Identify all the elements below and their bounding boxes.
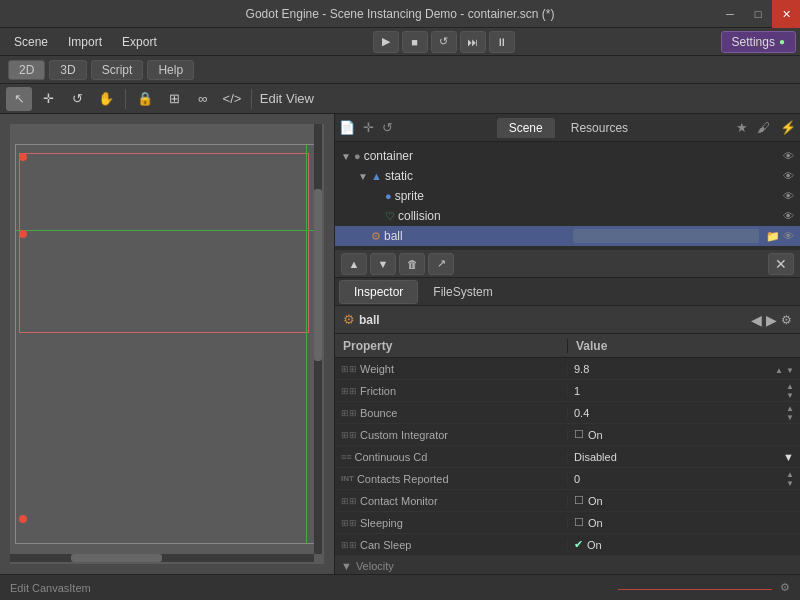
next-button[interactable]: ⏭	[460, 31, 486, 53]
tab-filesystem[interactable]: FileSystem	[418, 280, 507, 304]
prop-contact-monitor[interactable]: ⊞⊞ Contact Monitor ☐ On	[335, 490, 800, 512]
scene-icons-right: ★ 🖌 ⚡	[736, 120, 796, 135]
menu-scene[interactable]: Scene	[4, 32, 58, 52]
inspector-gear-button[interactable]: ⚙	[781, 313, 792, 327]
prop-val-weight[interactable]: 9.8 ▲ ▼	[568, 363, 800, 375]
tab-resources[interactable]: Resources	[559, 118, 640, 138]
tab-scene[interactable]: Scene	[497, 118, 555, 138]
prop-continuous-cd[interactable]: ≡≡ Continuous Cd Disabled ▼	[335, 446, 800, 468]
prop-val-can-sleep[interactable]: ✔ On	[568, 538, 800, 551]
star-icon[interactable]: ★	[736, 120, 748, 135]
eye-ball[interactable]: 👁	[783, 230, 794, 242]
play-button[interactable]: ▶	[373, 31, 399, 53]
tool-pan[interactable]: ✋	[93, 87, 119, 111]
handle-middle-left[interactable]	[19, 230, 27, 238]
prop-val-contact-monitor[interactable]: ☐ On	[568, 494, 800, 507]
nav-prev-button[interactable]: ◀	[751, 312, 762, 328]
tab-inspector[interactable]: Inspector	[339, 280, 418, 304]
mode-script[interactable]: Script	[91, 60, 144, 80]
view-menu[interactable]: View	[287, 87, 313, 111]
tool-select[interactable]: ↖	[6, 87, 32, 111]
close-button[interactable]: ✕	[772, 0, 800, 28]
canvas	[10, 124, 324, 564]
eye-container[interactable]: 👁	[783, 150, 794, 162]
scrollbar-thumb-h[interactable]	[71, 554, 162, 562]
eye-static[interactable]: 👁	[783, 170, 794, 182]
icon-container: ●	[354, 150, 361, 162]
tool-group[interactable]: ⊞	[161, 87, 187, 111]
close-panel-button[interactable]: ✕	[768, 253, 794, 275]
prop-val-continuous-cd[interactable]: Disabled ▼	[568, 451, 800, 463]
spin-contacts-reported[interactable]: ▲ ▼	[786, 470, 794, 488]
icon-custom-integrator: ⊞⊞	[341, 430, 357, 440]
nav-next-button[interactable]: ▶	[766, 312, 777, 328]
spin-friction[interactable]: ▲ ▼	[786, 382, 794, 400]
viewport-scrollbar-h[interactable]	[10, 554, 314, 562]
mode-help[interactable]: Help	[147, 60, 194, 80]
tool-add[interactable]: ✛	[35, 87, 61, 111]
scene-icon: 📄	[339, 120, 355, 135]
bolt-icon[interactable]: ⚡	[780, 120, 796, 135]
stop-button[interactable]: ■	[402, 31, 428, 53]
dropdown-continuous-cd[interactable]: ▼	[783, 451, 794, 463]
spin-weight[interactable]: ▲ ▼	[775, 363, 794, 375]
prop-friction[interactable]: ⊞⊞ Friction 1 ▲ ▼	[335, 380, 800, 402]
add-scene-icon[interactable]: ✛	[363, 120, 374, 135]
prop-val-friction[interactable]: 1 ▲ ▼	[568, 382, 800, 400]
viewport-scrollbar-v[interactable]	[314, 124, 322, 554]
maximize-button[interactable]: □	[744, 0, 772, 28]
edit-menu[interactable]: Edit	[258, 87, 284, 111]
prop-weight[interactable]: ⊞⊞ Weight 9.8 ▲ ▼	[335, 358, 800, 380]
icon-weight: ⊞⊞	[341, 364, 357, 374]
export-button[interactable]: ↗	[428, 253, 454, 275]
prop-sleeping[interactable]: ⊞⊞ Sleeping ☐ On	[335, 512, 800, 534]
prop-val-custom-integrator[interactable]: ☐ On	[568, 428, 800, 441]
inspector-node-name: ball	[359, 313, 747, 327]
prop-name-continuous-cd: ≡≡ Continuous Cd	[335, 451, 568, 463]
scene-tree: ▼ ● container 👁 ▼ ▲ static 👁 ● sprite 👁	[335, 142, 800, 250]
icon-friction: ⊞⊞	[341, 386, 357, 396]
move-up-button[interactable]: ▲	[341, 253, 367, 275]
mode-3d[interactable]: 3D	[49, 60, 86, 80]
eye-sprite[interactable]: 👁	[783, 190, 794, 202]
eye-collision[interactable]: 👁	[783, 210, 794, 222]
scrollbar-thumb-v[interactable]	[314, 189, 322, 361]
prop-custom-integrator[interactable]: ⊞⊞ Custom Integrator ☐ On	[335, 424, 800, 446]
scene-tabs: 📄 ✛ ↺ Scene Resources ★ 🖌 ⚡	[335, 114, 800, 142]
prop-val-sleeping[interactable]: ☐ On	[568, 516, 800, 529]
tree-item-sprite[interactable]: ● sprite 👁	[335, 186, 800, 206]
prop-contacts-reported[interactable]: INT Contacts Reported 0 ▲ ▼	[335, 468, 800, 490]
delete-button[interactable]: 🗑	[399, 253, 425, 275]
tree-item-ball[interactable]: ⚙ ball 📁 👁	[335, 226, 800, 246]
refresh-icon[interactable]: ↺	[382, 120, 393, 135]
handle-bottom-left[interactable]	[19, 515, 27, 523]
prop-val-bounce[interactable]: 0.4 ▲ ▼	[568, 404, 800, 422]
tree-item-static[interactable]: ▼ ▲ static 👁	[335, 166, 800, 186]
prop-val-contacts-reported[interactable]: 0 ▲ ▼	[568, 470, 800, 488]
icon-continuous-cd: ≡≡	[341, 452, 352, 462]
paint-icon[interactable]: 🖌	[757, 120, 770, 135]
step-button[interactable]: ⏸	[489, 31, 515, 53]
pause-button[interactable]: ↺	[431, 31, 457, 53]
tree-item-collision[interactable]: ♡ collision 👁	[335, 206, 800, 226]
mode-2d[interactable]: 2D	[8, 60, 45, 80]
status-gear-button[interactable]: ⚙	[780, 581, 790, 594]
viewport[interactable]	[0, 114, 335, 574]
group-velocity[interactable]: ▼ Velocity	[335, 556, 800, 574]
spin-bounce[interactable]: ▲ ▼	[786, 404, 794, 422]
menu-import[interactable]: Import	[58, 32, 112, 52]
ball-bar	[573, 229, 759, 243]
tool-lock[interactable]: 🔒	[132, 87, 158, 111]
handle-top-left[interactable]	[19, 153, 27, 161]
tool-link[interactable]: ∞	[190, 87, 216, 111]
menu-export[interactable]: Export	[112, 32, 167, 52]
folder-ball[interactable]: 📁	[766, 230, 780, 243]
tree-item-container[interactable]: ▼ ● container 👁	[335, 146, 800, 166]
settings-button[interactable]: Settings ●	[721, 31, 796, 53]
minimize-button[interactable]: ─	[716, 0, 744, 28]
tool-script[interactable]: </>	[219, 87, 245, 111]
prop-can-sleep[interactable]: ⊞⊞ Can Sleep ✔ On	[335, 534, 800, 556]
move-down-button[interactable]: ▼	[370, 253, 396, 275]
tool-rotate[interactable]: ↺	[64, 87, 90, 111]
prop-bounce[interactable]: ⊞⊞ Bounce 0.4 ▲ ▼	[335, 402, 800, 424]
